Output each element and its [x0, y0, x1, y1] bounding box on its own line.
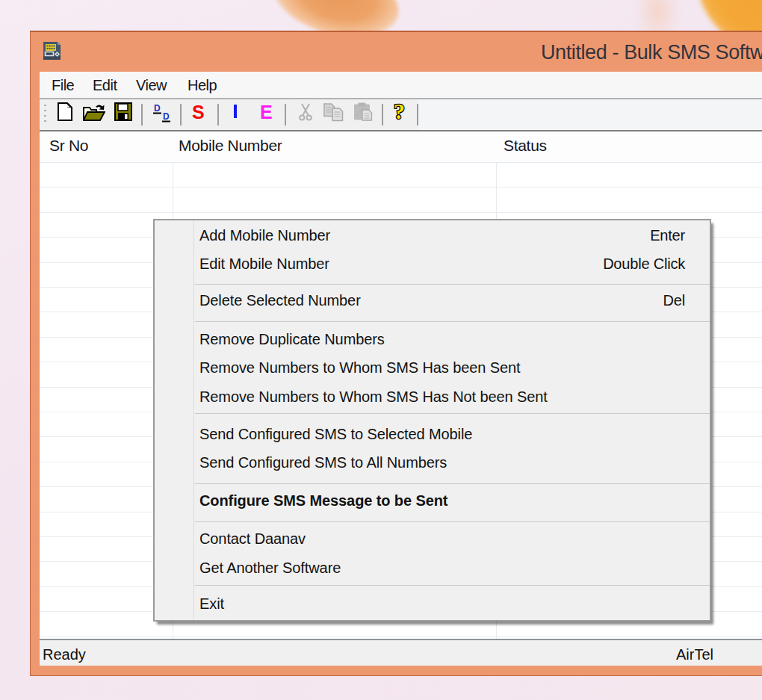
svg-text:D: D [154, 103, 161, 114]
svg-text:D: D [163, 111, 170, 122]
svg-text:?: ? [394, 101, 405, 123]
